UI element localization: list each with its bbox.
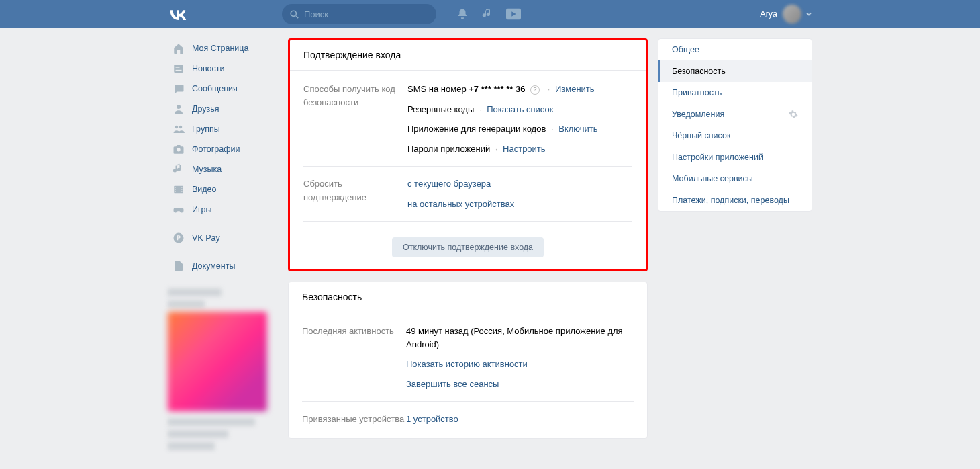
- security-methods-section: Способы получить код безопасности SMS на…: [303, 83, 632, 166]
- right-sidebar: Общее Безопасность Приватность Уведомлен…: [658, 38, 812, 454]
- chevron-down-icon: [805, 11, 812, 17]
- music-icon[interactable]: [481, 7, 495, 22]
- person-icon: [172, 102, 185, 116]
- gear-icon[interactable]: [789, 110, 798, 119]
- linked-devices-section: Привязанные устройства 1 устройство: [302, 401, 634, 426]
- svg-point-14: [175, 189, 176, 190]
- backup-codes-row: Резервные коды · Показать список: [407, 103, 632, 116]
- show-list-link[interactable]: Показать список: [487, 104, 553, 114]
- svg-point-16: [181, 187, 183, 188]
- svg-point-17: [181, 189, 183, 190]
- settings-item-apps[interactable]: Настройки приложений: [658, 146, 812, 168]
- group-icon: [172, 122, 185, 136]
- nav-vkpay[interactable]: ₽ VK Pay: [168, 228, 278, 248]
- nav-messages[interactable]: Сообщения: [168, 79, 278, 99]
- help-icon[interactable]: ?: [530, 85, 540, 95]
- main-content: Подтверждение входа Способы получить код…: [288, 38, 648, 454]
- app-passwords-row: Пароли приложений · Настроить: [407, 142, 632, 156]
- ruble-icon: ₽: [172, 231, 185, 245]
- vk-logo[interactable]: [168, 8, 188, 20]
- search-box[interactable]: [282, 4, 436, 24]
- enable-link[interactable]: Включить: [558, 124, 597, 134]
- nav-video[interactable]: Видео: [168, 179, 278, 200]
- code-app-row: Приложение для генерации кодов · Включит…: [407, 122, 632, 136]
- nav-photos[interactable]: Фотографии: [168, 139, 278, 159]
- svg-rect-6: [176, 70, 182, 71]
- nav-news[interactable]: Новости: [168, 58, 278, 79]
- last-activity-section: Последняя активность 49 минут назад (Рос…: [302, 325, 634, 401]
- settings-item-general[interactable]: Общее: [658, 39, 812, 60]
- login-confirmation-card: Подтверждение входа Способы получить код…: [288, 38, 648, 271]
- video-play-icon[interactable]: [506, 7, 521, 22]
- page-container: Моя Страница Новости Сообщения Друзья Гр…: [168, 28, 812, 454]
- reset-other-link[interactable]: на остальных устройствах: [407, 199, 514, 209]
- user-menu[interactable]: Arya: [760, 5, 812, 24]
- linked-devices-link[interactable]: 1 устройство: [406, 414, 458, 424]
- last-activity-label: Последняя активность: [302, 325, 406, 390]
- svg-point-7: [177, 105, 181, 109]
- camera-icon: [172, 142, 185, 156]
- reset-current-link[interactable]: с текущего браузера: [407, 179, 491, 189]
- bell-icon[interactable]: [455, 7, 470, 22]
- svg-rect-4: [176, 67, 180, 68]
- sms-row: SMS на номер +7 *** *** ** 36 ? · Измени…: [407, 83, 632, 96]
- settings-item-security[interactable]: Безопасность: [658, 60, 812, 82]
- reset-label: Сбросить подтверждение: [303, 177, 407, 210]
- left-sidebar: Моя Страница Новости Сообщения Друзья Гр…: [168, 38, 278, 454]
- settings-item-privacy[interactable]: Приватность: [658, 82, 812, 103]
- nav-games[interactable]: Игры: [168, 200, 278, 220]
- security-card: Безопасность Последняя активность 49 мин…: [288, 282, 648, 439]
- avatar: [783, 5, 801, 24]
- svg-rect-5: [176, 69, 182, 69]
- settings-menu: Общее Безопасность Приватность Уведомлен…: [658, 38, 812, 212]
- settings-item-mobile[interactable]: Мобильные сервисы: [658, 168, 812, 189]
- film-icon: [172, 183, 185, 196]
- app-header: Arya: [0, 0, 980, 28]
- last-activity-text: 49 минут назад (Россия, Мобильное прилож…: [406, 325, 634, 351]
- nav-docs[interactable]: Документы: [168, 256, 278, 276]
- gamepad-icon: [172, 203, 185, 216]
- news-icon: [172, 62, 185, 75]
- linked-devices-label: Привязанные устройства: [302, 413, 406, 426]
- settings-item-blacklist[interactable]: Чёрный список: [658, 125, 812, 146]
- svg-text:₽: ₽: [177, 234, 181, 241]
- svg-point-10: [177, 148, 180, 151]
- svg-point-18: [181, 191, 183, 192]
- change-link[interactable]: Изменить: [555, 84, 595, 94]
- search-icon: [290, 10, 299, 19]
- svg-point-0: [291, 11, 296, 16]
- doc-icon: [172, 259, 185, 273]
- confirmation-title: Подтверждение входа: [290, 40, 646, 71]
- nav-my-page[interactable]: Моя Страница: [168, 38, 278, 58]
- nav-music[interactable]: Музыка: [168, 159, 278, 179]
- end-sessions-link[interactable]: Завершить все сеансы: [406, 379, 499, 389]
- security-title: Безопасность: [289, 282, 647, 312]
- disable-confirmation-button[interactable]: Отключить подтверждение входа: [392, 237, 544, 257]
- nav-menu: Моя Страница Новости Сообщения Друзья Гр…: [168, 38, 278, 276]
- search-input[interactable]: [304, 9, 428, 19]
- show-history-link[interactable]: Показать историю активности: [406, 359, 528, 369]
- settings-item-payments[interactable]: Платежи, подписки, переводы: [658, 189, 812, 211]
- configure-link[interactable]: Настроить: [503, 144, 546, 154]
- svg-point-8: [175, 126, 179, 129]
- nav-friends[interactable]: Друзья: [168, 99, 278, 119]
- nav-groups[interactable]: Группы: [168, 119, 278, 139]
- home-icon: [172, 42, 185, 55]
- settings-item-notifications[interactable]: Уведомления: [658, 103, 812, 125]
- chat-icon: [172, 82, 185, 95]
- username: Arya: [760, 9, 777, 19]
- left-widget-blurred: [168, 288, 278, 450]
- svg-point-9: [179, 126, 183, 129]
- svg-line-1: [296, 15, 298, 17]
- methods-label: Способы получить код безопасности: [303, 83, 407, 155]
- reset-confirmation-section: Сбросить подтверждение с текущего браузе…: [303, 166, 632, 221]
- note-icon: [172, 163, 185, 176]
- svg-point-13: [175, 187, 176, 188]
- svg-point-15: [175, 191, 176, 192]
- header-icons: [455, 7, 521, 22]
